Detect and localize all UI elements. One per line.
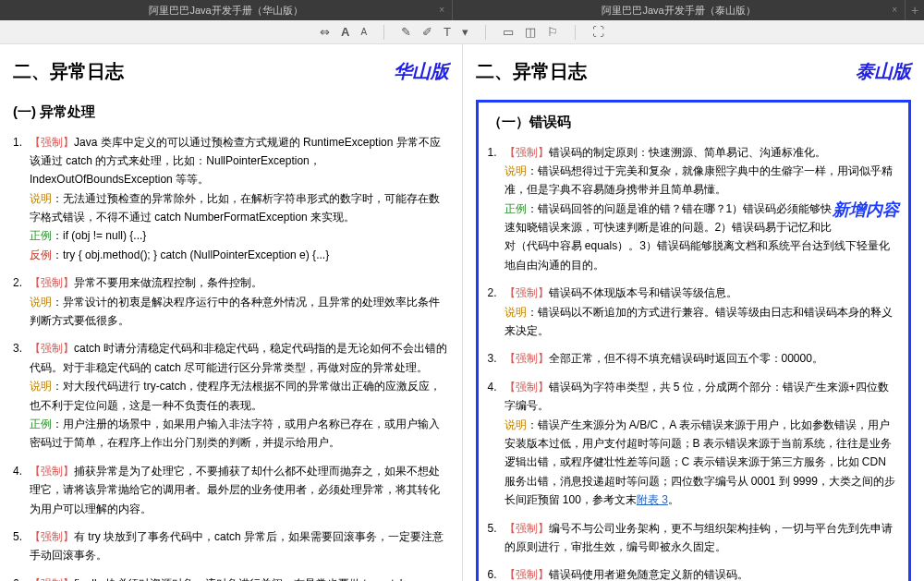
tag-mandatory: 【强制】	[505, 146, 549, 159]
label-shuoming: 说明	[505, 418, 527, 431]
label-shuoming: 说明	[505, 164, 527, 177]
right-pane: 泰山版 二、异常日志 （一）错误码 1. 【强制】错误码的制定原则：快速溯源、简…	[463, 44, 925, 581]
text-tool-icon[interactable]: T	[444, 25, 451, 39]
pin-icon[interactable]: ⚐	[547, 25, 558, 39]
font-small-icon[interactable]: A	[360, 27, 367, 37]
title-bar: 阿里巴巴Java开发手册（华山版） × 阿里巴巴Java开发手册（泰山版） × …	[0, 0, 924, 20]
tab-left[interactable]: 阿里巴巴Java开发手册（华山版） ×	[0, 0, 453, 20]
content-area: 华山版 二、异常日志 (一) 异常处理 1. 【强制】Java 类库中定义的可以…	[0, 44, 924, 581]
list-item: 5. 【强制】有 try 块放到了事务代码中，catch 异常后，如果需要回滚事…	[13, 527, 449, 565]
close-icon[interactable]: ×	[439, 0, 444, 20]
tag-mandatory: 【强制】	[505, 381, 549, 393]
pencil-icon[interactable]: ✎	[401, 25, 411, 39]
tag-mandatory: 【强制】	[30, 465, 74, 478]
version-badge-right: 泰山版	[856, 55, 911, 87]
list-item: 5. 【强制】编号不与公司业务架构，更不与组织架构挂钩，一切与平台先到先申请的原…	[488, 519, 900, 557]
separator	[383, 25, 384, 40]
label-zhengli: 正例	[30, 418, 52, 430]
tag-mandatory: 【强制】	[30, 577, 74, 581]
tag-mandatory: 【强制】	[30, 342, 74, 355]
rule-list: 1. 【强制】Java 类库中定义的可以通过预检查方式规避的 RuntimeEx…	[13, 133, 449, 582]
left-pane: 华山版 二、异常日志 (一) 异常处理 1. 【强制】Java 类库中定义的可以…	[0, 44, 463, 581]
appendix-link[interactable]: 附表 3	[637, 493, 668, 506]
label-zhengli: 正例	[505, 202, 527, 215]
label-zhengli: 正例	[30, 229, 52, 242]
list-item: 4. 【强制】捕获异常是为了处理它，不要捕获了却什么都不处理而抛弃之，如果不想处…	[13, 462, 449, 518]
font-size-icon[interactable]: A	[341, 25, 349, 39]
toolbar: ⇔ A A ✎ ✐ T ▾ ▭ ◫ ⚐ ⛶	[0, 20, 924, 44]
tag-mandatory: 【强制】	[505, 568, 549, 581]
tab-right[interactable]: 阿里巴巴Java开发手册（泰山版） ×	[453, 0, 906, 20]
label-shuoming: 说明	[30, 296, 52, 309]
tag-mandatory: 【强制】	[30, 136, 74, 149]
label-shuoming: 说明	[30, 192, 52, 205]
tag-mandatory: 【强制】	[30, 276, 74, 289]
list-item: 6. 【强制】finally 块必须对资源对象、流对象进行关闭，有异常也要做 t…	[13, 575, 449, 581]
crop-icon[interactable]: ⛶	[592, 25, 604, 39]
list-item: 6. 【强制】错误码使用者避免随意定义新的错误码。 说明：尽可能在原有错误码附表…	[488, 565, 900, 581]
list-item: 2. 【强制】异常不要用来做流程控制，条件控制。 说明：异常设计的初衷是解决程序…	[13, 273, 449, 330]
list-item: 3. 【强制】catch 时请分清稳定代码和非稳定代码，稳定代码指的是无论如何不…	[13, 339, 449, 452]
list-item: 1. 【强制】Java 类库中定义的可以通过预检查方式规避的 RuntimeEx…	[13, 133, 449, 265]
tag-mandatory: 【强制】	[505, 522, 549, 535]
section-heading: 二、异常日志	[476, 55, 912, 87]
close-icon[interactable]: ×	[892, 0, 897, 20]
rule-list: 1. 【强制】错误码的制定原则：快速溯源、简单易记、沟通标准化。 说明：错误码想…	[488, 143, 900, 582]
fit-width-icon[interactable]: ⇔	[320, 25, 330, 39]
tag-mandatory: 【强制】	[505, 352, 549, 365]
subsection-heading: （一）错误码	[488, 110, 900, 134]
tab-label: 阿里巴巴Java开发手册（华山版）	[149, 5, 302, 16]
highlight-box: （一）错误码 1. 【强制】错误码的制定原则：快速溯源、简单易记、沟通标准化。 …	[476, 100, 912, 581]
label-shuoming: 说明	[505, 306, 527, 319]
new-content-badge: 新增内容	[833, 196, 899, 224]
section-heading: 二、异常日志	[13, 55, 449, 87]
marker-icon[interactable]: ✐	[422, 25, 432, 39]
tag-mandatory: 【强制】	[505, 286, 549, 299]
label-shuoming: 说明	[30, 380, 52, 393]
tab-label: 阿里巴巴Java开发手册（泰山版）	[602, 5, 755, 16]
dropdown-icon[interactable]: ▾	[462, 25, 468, 39]
tag-mandatory: 【强制】	[30, 530, 74, 543]
list-item: 2. 【强制】错误码不体现版本号和错误等级信息。 说明：错误码以不断追加的方式进…	[488, 284, 900, 340]
subsection-heading: (一) 异常处理	[13, 100, 449, 124]
list-item: 3. 【强制】全部正常，但不得不填充错误码时返回五个零：00000。	[488, 349, 900, 368]
version-badge-left: 华山版	[394, 55, 449, 87]
bookmark-icon[interactable]: ◫	[525, 25, 536, 39]
list-item: 1. 【强制】错误码的制定原则：快速溯源、简单易记、沟通标准化。 说明：错误码想…	[488, 143, 900, 275]
label-fanli: 反例	[30, 248, 52, 261]
add-tab-button[interactable]: +	[906, 0, 924, 20]
list-item: 4. 【强制】错误码为字符串类型，共 5 位，分成两个部分：错误产生来源+四位数…	[488, 378, 900, 510]
separator	[485, 25, 486, 40]
separator	[575, 25, 576, 40]
comment-icon[interactable]: ▭	[503, 25, 514, 39]
